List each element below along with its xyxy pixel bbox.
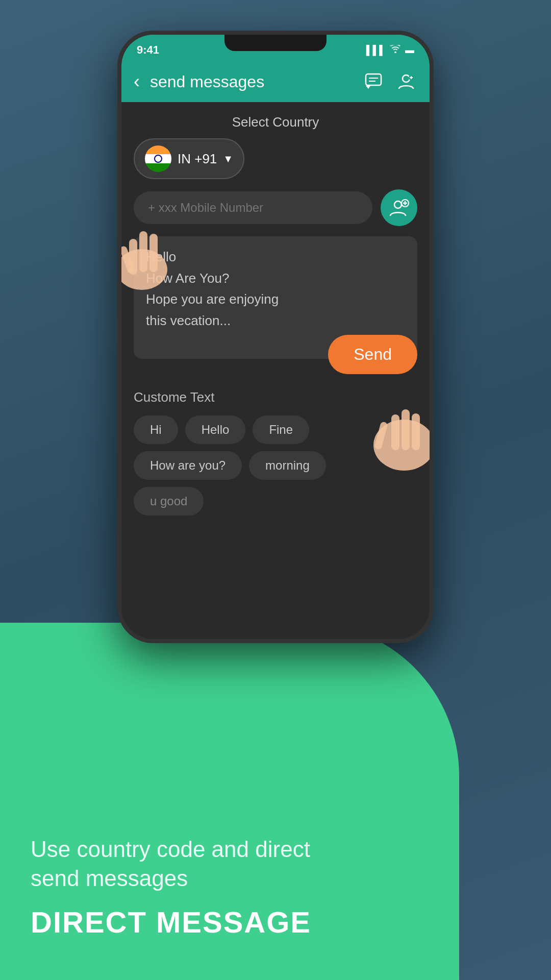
phone-frame: 9:41 ▌▌▌ ▬ ‹ send messages — [117, 31, 434, 643]
app-content: Select Country IN +91 ▼ — [121, 102, 430, 639]
svg-point-3 — [403, 75, 410, 82]
chat-icon-button[interactable] — [362, 70, 385, 93]
phone-mockup: 9:41 ▌▌▌ ▬ ‹ send messages — [117, 31, 434, 643]
country-code-text: IN +91 — [178, 151, 217, 167]
svg-rect-0 — [366, 74, 381, 85]
country-selector-row: IN +91 ▼ — [121, 138, 430, 179]
add-contact-button[interactable] — [381, 189, 417, 226]
svg-point-7 — [394, 201, 402, 208]
message-content: Hello How Are You? Hope you are enjoying… — [146, 247, 405, 331]
svg-rect-17 — [391, 414, 399, 450]
status-time: 9:41 — [137, 43, 159, 57]
back-button[interactable]: ‹ — [134, 71, 140, 92]
bottom-text-section: Use country code and direct send message… — [31, 835, 311, 939]
chip-hi[interactable]: Hi — [134, 415, 178, 444]
country-selector[interactable]: IN +91 ▼ — [134, 138, 244, 179]
signal-icon: ▌▌▌ — [366, 45, 386, 56]
select-country-label: Select Country — [121, 102, 430, 138]
svg-rect-14 — [149, 234, 158, 272]
header-icons — [362, 70, 417, 93]
country-flag — [145, 145, 171, 172]
chip-morning[interactable]: morning — [249, 451, 326, 480]
hand-left-decoration — [117, 208, 183, 290]
chip-fine[interactable]: Fine — [253, 415, 309, 444]
status-icons: ▌▌▌ ▬ — [366, 45, 414, 56]
send-button[interactable]: Send — [328, 335, 417, 374]
wifi-icon — [390, 45, 401, 56]
phone-notch — [224, 35, 327, 51]
chip-u-good[interactable]: u good — [134, 487, 204, 516]
app-header: ‹ send messages — [121, 61, 430, 102]
bottom-tagline: Use country code and direct send message… — [31, 835, 311, 893]
dropdown-arrow-icon: ▼ — [223, 153, 233, 165]
chip-how-are-you[interactable]: How are you? — [134, 451, 242, 480]
bottom-title: DIRECT MESSAGE — [31, 905, 311, 939]
svg-rect-13 — [139, 231, 147, 272]
hand-right-decoration — [358, 394, 434, 496]
svg-rect-18 — [402, 409, 410, 450]
battery-icon: ▬ — [405, 45, 414, 56]
chip-hello[interactable]: Hello — [185, 415, 246, 444]
contact-icon-button[interactable] — [395, 70, 417, 93]
header-title: send messages — [150, 72, 352, 91]
svg-rect-19 — [412, 413, 420, 450]
